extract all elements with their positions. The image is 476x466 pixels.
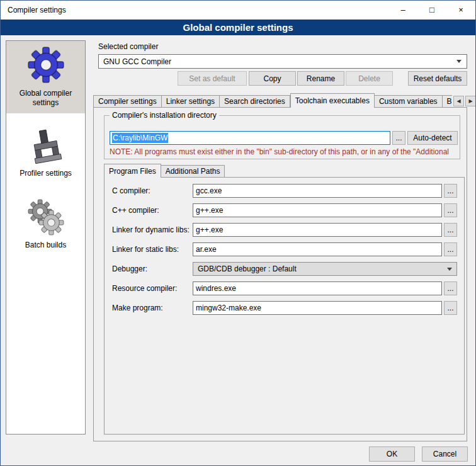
field-row-debugger: Debugger: GDB/CDB debugger : Default <box>112 262 457 276</box>
tab-strip: Compiler settings Linker settings Search… <box>93 93 452 108</box>
selected-compiler-value: GNU GCC Compiler <box>103 57 171 66</box>
cpp-compiler-input[interactable] <box>193 203 442 217</box>
tab-search-directories[interactable]: Search directories <box>220 95 290 108</box>
rename-button[interactable]: Rename <box>297 71 344 86</box>
static-linker-input[interactable] <box>193 242 442 256</box>
subtab-strip: Program Files Additional Paths <box>104 164 225 178</box>
resource-compiler-label: Resource compiler: <box>112 284 193 293</box>
settings-category-sidebar: Global compiler settings Profiler settin… <box>6 40 86 435</box>
compiler-settings-dialog: Compiler settings – □ × Global compiler … <box>0 0 476 466</box>
make-program-browse-button[interactable]: ... <box>444 301 457 315</box>
set-as-default-button[interactable]: Set as default <box>178 71 247 86</box>
sidebar-item-profiler-settings[interactable]: Profiler settings <box>6 123 85 184</box>
dynamic-linker-browse-button[interactable]: ... <box>444 223 457 237</box>
dialog-header: Global compiler settings <box>1 20 475 35</box>
chevron-down-icon <box>456 60 462 63</box>
resource-compiler-browse-button[interactable]: ... <box>444 281 457 295</box>
gray-gears-icon <box>27 198 65 236</box>
make-program-input[interactable] <box>193 301 442 315</box>
sidebar-item-label: Batch builds <box>25 241 66 250</box>
cpp-compiler-label: C++ compiler: <box>112 206 193 215</box>
reset-defaults-button[interactable]: Reset defaults <box>408 71 467 86</box>
field-row-cpp-compiler: C++ compiler: ... <box>112 203 457 217</box>
c-compiler-input[interactable] <box>193 184 442 198</box>
dialog-header-title: Global compiler settings <box>183 22 293 33</box>
sidebar-item-label: Profiler settings <box>20 169 72 178</box>
installation-directory-input[interactable]: C:\raylib\MinGW <box>110 131 390 145</box>
sidebar-item-label: Global compiler settings <box>9 89 82 108</box>
installation-directory-group: Compiler's installation directory C:\ray… <box>104 115 460 159</box>
make-program-label: Make program: <box>112 304 193 312</box>
maximize-button[interactable]: □ <box>417 1 446 19</box>
tab-compiler-settings[interactable]: Compiler settings <box>93 95 162 108</box>
window-title: Compiler settings <box>8 6 66 14</box>
selected-compiler-label: Selected compiler <box>98 42 158 51</box>
auto-detect-button[interactable]: Auto-detect <box>407 131 458 145</box>
copy-button[interactable]: Copy <box>249 71 296 86</box>
titlebar: Compiler settings – □ × <box>1 1 475 20</box>
sidebar-item-batch-builds[interactable]: Batch builds <box>6 194 85 256</box>
static-linker-label: Linker for static libs: <box>112 245 193 254</box>
cpp-compiler-browse-button[interactable]: ... <box>444 203 457 217</box>
blue-gear-icon <box>26 45 65 84</box>
tab-linker-settings[interactable]: Linker settings <box>162 95 220 108</box>
note-text: NOTE: All programs must exist either in … <box>110 147 460 156</box>
static-linker-browse-button[interactable]: ... <box>444 242 457 256</box>
installation-directory-group-title: Compiler's installation directory <box>110 111 219 120</box>
field-row-make-program: Make program: ... <box>112 301 457 315</box>
c-compiler-label: C compiler: <box>112 186 193 195</box>
chevron-down-icon <box>447 268 452 271</box>
window-controls: – □ × <box>388 1 475 19</box>
maximize-icon: □ <box>429 5 434 14</box>
minimize-icon: – <box>400 5 405 14</box>
tab-toolchain-executables[interactable]: Toolchain executables <box>290 93 375 108</box>
debugger-select[interactable]: GDB/CDB debugger : Default <box>193 262 457 276</box>
tab-custom-variables[interactable]: Custom variables <box>375 95 443 108</box>
ok-button[interactable]: OK <box>369 446 415 462</box>
subtab-additional-paths[interactable]: Additional Paths <box>161 165 225 178</box>
tab-build-options[interactable]: Build <box>443 95 452 108</box>
debugger-value: GDB/CDB debugger : Default <box>198 264 297 273</box>
selected-compiler-dropdown[interactable]: GNU GCC Compiler <box>98 54 467 69</box>
dynamic-linker-input[interactable] <box>193 223 442 237</box>
tab-scroll-left-button[interactable]: ◀ <box>453 96 464 106</box>
debugger-label: Debugger: <box>112 264 193 273</box>
installation-directory-value: C:\raylib\MinGW <box>112 133 168 143</box>
c-compiler-browse-button[interactable]: ... <box>444 184 457 198</box>
toolchain-executables-panel: Compiler's installation directory C:\ray… <box>93 107 467 441</box>
cancel-button[interactable]: Cancel <box>422 446 468 462</box>
close-icon: × <box>458 5 463 14</box>
sidebar-item-global-compiler-settings[interactable]: Global compiler settings <box>6 41 85 113</box>
tab-scroll-right-button[interactable]: ▶ <box>465 96 476 106</box>
field-row-static-linker: Linker for static libs: ... <box>112 242 457 256</box>
field-row-resource-compiler: Resource compiler: ... <box>112 281 457 295</box>
subtab-program-files[interactable]: Program Files <box>104 164 161 178</box>
clamp-tool-icon <box>28 128 64 164</box>
delete-button[interactable]: Delete <box>346 71 393 86</box>
program-files-panel: C compiler: ... C++ compiler: ... Linker… <box>104 177 465 435</box>
field-row-c-compiler: C compiler: ... <box>112 184 457 198</box>
dynamic-linker-label: Linker for dynamic libs: <box>112 225 193 234</box>
installation-directory-browse-button[interactable]: ... <box>392 131 405 145</box>
minimize-button[interactable]: – <box>388 1 417 19</box>
close-button[interactable]: × <box>446 1 475 19</box>
field-row-dynamic-linker: Linker for dynamic libs: ... <box>112 223 457 237</box>
resource-compiler-input[interactable] <box>193 281 442 295</box>
